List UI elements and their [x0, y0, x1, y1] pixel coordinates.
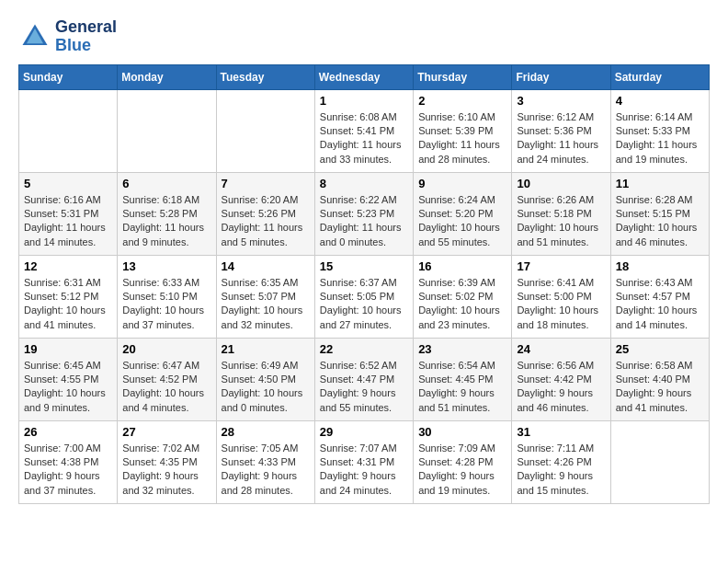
calendar-cell: 2Sunrise: 6:10 AMSunset: 5:39 PMDaylight…	[414, 89, 512, 172]
calendar-header: SundayMondayTuesdayWednesdayThursdayFrid…	[19, 64, 710, 89]
calendar-cell: 26Sunrise: 7:00 AMSunset: 4:38 PMDayligh…	[19, 420, 118, 503]
calendar-cell: 30Sunrise: 7:09 AMSunset: 4:28 PMDayligh…	[414, 420, 512, 503]
calendar-week-row: 1Sunrise: 6:08 AMSunset: 5:41 PMDaylight…	[19, 89, 710, 172]
weekday-header: Thursday	[414, 64, 512, 89]
day-info: Sunrise: 7:09 AMSunset: 4:28 PMDaylight:…	[418, 442, 506, 499]
day-info: Sunrise: 6:16 AMSunset: 5:31 PMDaylight:…	[24, 193, 112, 250]
day-number: 26	[24, 425, 112, 439]
calendar-cell: 11Sunrise: 6:28 AMSunset: 5:15 PMDayligh…	[610, 172, 709, 255]
day-number: 2	[418, 94, 506, 108]
calendar-cell: 24Sunrise: 6:56 AMSunset: 4:42 PMDayligh…	[512, 338, 610, 420]
calendar-cell: 17Sunrise: 6:41 AMSunset: 5:00 PMDayligh…	[512, 255, 610, 338]
day-info: Sunrise: 6:52 AMSunset: 4:47 PMDaylight:…	[320, 359, 408, 416]
day-number: 17	[517, 259, 605, 273]
calendar-cell: 3Sunrise: 6:12 AMSunset: 5:36 PMDaylight…	[512, 89, 610, 172]
calendar-cell: 14Sunrise: 6:35 AMSunset: 5:07 PMDayligh…	[216, 255, 314, 338]
day-info: Sunrise: 6:33 AMSunset: 5:10 PMDaylight:…	[122, 276, 210, 333]
day-number: 13	[122, 259, 210, 273]
calendar-cell: 8Sunrise: 6:22 AMSunset: 5:23 PMDaylight…	[314, 172, 413, 255]
day-info: Sunrise: 6:12 AMSunset: 5:36 PMDaylight:…	[517, 110, 605, 167]
day-info: Sunrise: 6:08 AMSunset: 5:41 PMDaylight:…	[320, 110, 408, 167]
weekday-header: Friday	[512, 64, 610, 89]
calendar-cell: 19Sunrise: 6:45 AMSunset: 4:55 PMDayligh…	[19, 338, 118, 420]
day-number: 5	[24, 177, 112, 190]
day-number: 24	[517, 342, 605, 356]
calendar-cell	[610, 420, 709, 503]
day-number: 16	[418, 259, 506, 273]
day-info: Sunrise: 6:58 AMSunset: 4:40 PMDaylight:…	[616, 359, 704, 416]
day-number: 3	[517, 94, 605, 108]
weekday-header: Sunday	[19, 64, 118, 89]
day-number: 21	[222, 342, 310, 356]
calendar-week-row: 26Sunrise: 7:00 AMSunset: 4:38 PMDayligh…	[19, 420, 710, 503]
day-number: 18	[616, 259, 704, 273]
calendar-cell: 23Sunrise: 6:54 AMSunset: 4:45 PMDayligh…	[414, 338, 512, 420]
day-info: Sunrise: 6:41 AMSunset: 5:00 PMDaylight:…	[517, 276, 605, 333]
day-info: Sunrise: 6:35 AMSunset: 5:07 PMDaylight:…	[222, 276, 310, 333]
day-info: Sunrise: 6:54 AMSunset: 4:45 PMDaylight:…	[418, 359, 506, 416]
calendar-cell	[216, 89, 314, 172]
day-info: Sunrise: 6:22 AMSunset: 5:23 PMDaylight:…	[320, 193, 408, 250]
day-number: 20	[122, 342, 210, 356]
day-info: Sunrise: 6:56 AMSunset: 4:42 PMDaylight:…	[517, 359, 605, 416]
calendar-cell	[118, 89, 216, 172]
day-info: Sunrise: 6:10 AMSunset: 5:39 PMDaylight:…	[418, 110, 506, 167]
calendar-week-row: 19Sunrise: 6:45 AMSunset: 4:55 PMDayligh…	[19, 338, 710, 420]
calendar-cell	[19, 89, 118, 172]
day-info: Sunrise: 6:24 AMSunset: 5:20 PMDaylight:…	[418, 193, 506, 250]
logo-text: General Blue	[55, 18, 117, 55]
day-info: Sunrise: 6:31 AMSunset: 5:12 PMDaylight:…	[24, 276, 112, 333]
day-number: 1	[320, 94, 408, 108]
day-number: 12	[24, 259, 112, 273]
day-info: Sunrise: 7:05 AMSunset: 4:33 PMDaylight:…	[222, 442, 310, 499]
calendar-cell: 21Sunrise: 6:49 AMSunset: 4:50 PMDayligh…	[216, 338, 314, 420]
logo: General Blue	[18, 18, 117, 55]
day-info: Sunrise: 6:20 AMSunset: 5:26 PMDaylight:…	[222, 193, 310, 250]
day-info: Sunrise: 6:14 AMSunset: 5:33 PMDaylight:…	[616, 110, 704, 167]
day-info: Sunrise: 6:45 AMSunset: 4:55 PMDaylight:…	[24, 359, 112, 416]
calendar-body: 1Sunrise: 6:08 AMSunset: 5:41 PMDaylight…	[19, 89, 710, 503]
day-number: 14	[222, 259, 310, 273]
weekday-header: Monday	[118, 64, 216, 89]
day-info: Sunrise: 6:39 AMSunset: 5:02 PMDaylight:…	[418, 276, 506, 333]
day-info: Sunrise: 7:11 AMSunset: 4:26 PMDaylight:…	[517, 442, 605, 499]
calendar-cell: 15Sunrise: 6:37 AMSunset: 5:05 PMDayligh…	[314, 255, 413, 338]
day-number: 6	[122, 177, 210, 190]
calendar-cell: 28Sunrise: 7:05 AMSunset: 4:33 PMDayligh…	[216, 420, 314, 503]
weekday-header: Saturday	[610, 64, 709, 89]
calendar-cell: 25Sunrise: 6:58 AMSunset: 4:40 PMDayligh…	[610, 338, 709, 420]
calendar-cell: 5Sunrise: 6:16 AMSunset: 5:31 PMDaylight…	[19, 172, 118, 255]
logo-icon	[18, 20, 51, 53]
day-number: 30	[418, 425, 506, 439]
day-info: Sunrise: 6:26 AMSunset: 5:18 PMDaylight:…	[517, 193, 605, 250]
day-number: 28	[222, 425, 310, 439]
day-info: Sunrise: 6:47 AMSunset: 4:52 PMDaylight:…	[122, 359, 210, 416]
day-number: 31	[517, 425, 605, 439]
calendar-cell: 1Sunrise: 6:08 AMSunset: 5:41 PMDaylight…	[314, 89, 413, 172]
calendar-table: SundayMondayTuesdayWednesdayThursdayFrid…	[18, 64, 710, 504]
calendar-week-row: 12Sunrise: 6:31 AMSunset: 5:12 PMDayligh…	[19, 255, 710, 338]
day-number: 10	[517, 177, 605, 190]
calendar-cell: 9Sunrise: 6:24 AMSunset: 5:20 PMDaylight…	[414, 172, 512, 255]
calendar-cell: 29Sunrise: 7:07 AMSunset: 4:31 PMDayligh…	[314, 420, 413, 503]
day-number: 23	[418, 342, 506, 356]
day-number: 15	[320, 259, 408, 273]
day-number: 25	[616, 342, 704, 356]
calendar-cell: 12Sunrise: 6:31 AMSunset: 5:12 PMDayligh…	[19, 255, 118, 338]
calendar-cell: 7Sunrise: 6:20 AMSunset: 5:26 PMDaylight…	[216, 172, 314, 255]
day-info: Sunrise: 7:02 AMSunset: 4:35 PMDaylight:…	[122, 442, 210, 499]
day-number: 4	[616, 94, 704, 108]
day-info: Sunrise: 6:43 AMSunset: 4:57 PMDaylight:…	[616, 276, 704, 333]
calendar-week-row: 5Sunrise: 6:16 AMSunset: 5:31 PMDaylight…	[19, 172, 710, 255]
day-info: Sunrise: 6:18 AMSunset: 5:28 PMDaylight:…	[122, 193, 210, 250]
day-info: Sunrise: 7:07 AMSunset: 4:31 PMDaylight:…	[320, 442, 408, 499]
day-info: Sunrise: 6:37 AMSunset: 5:05 PMDaylight:…	[320, 276, 408, 333]
calendar-cell: 20Sunrise: 6:47 AMSunset: 4:52 PMDayligh…	[118, 338, 216, 420]
calendar-cell: 4Sunrise: 6:14 AMSunset: 5:33 PMDaylight…	[610, 89, 709, 172]
day-info: Sunrise: 6:28 AMSunset: 5:15 PMDaylight:…	[616, 193, 704, 250]
day-info: Sunrise: 6:49 AMSunset: 4:50 PMDaylight:…	[222, 359, 310, 416]
day-number: 19	[24, 342, 112, 356]
calendar-cell: 31Sunrise: 7:11 AMSunset: 4:26 PMDayligh…	[512, 420, 610, 503]
day-number: 29	[320, 425, 408, 439]
weekday-header: Tuesday	[216, 64, 314, 89]
